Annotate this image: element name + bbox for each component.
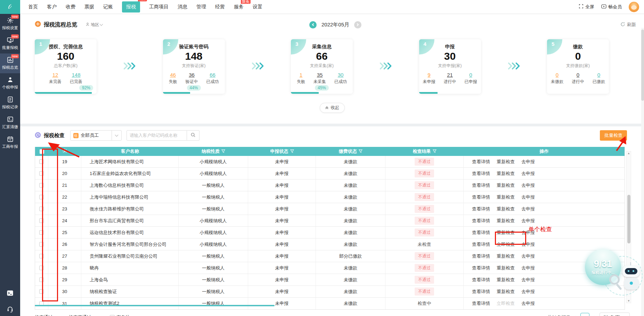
column-header-declare[interactable]: 申报状态 [248, 147, 316, 156]
stat-link[interactable]: 0 [572, 72, 584, 78]
member-button[interactable]: 畅会员 [601, 4, 622, 10]
search-button[interactable] [187, 130, 199, 141]
action-go-declare[interactable]: 去申报 [521, 241, 535, 248]
action-go-declare[interactable]: 去申报 [521, 159, 535, 165]
remark-filter[interactable]: 有备注 [110, 314, 130, 316]
nav-item-messages[interactable]: 消息 [178, 4, 187, 10]
collapse-button[interactable]: 收起 [320, 103, 345, 113]
fullscreen-button[interactable]: 全屏 [579, 4, 594, 10]
action-go-declare[interactable]: 去申报 [521, 253, 535, 259]
row-checkbox[interactable] [39, 171, 44, 176]
action-go-declare[interactable]: 去申报 [521, 289, 535, 295]
column-header-name[interactable]: 客户名称 [81, 147, 179, 156]
stat-link[interactable]: 36 [186, 72, 198, 78]
column-header-result[interactable]: 检查结果 [385, 147, 464, 156]
nav-item-home[interactable]: 首页 [28, 4, 38, 10]
column-settings-cell[interactable] [48, 147, 81, 156]
sidebar-item-tax-overview[interactable]: new报税总览 [0, 53, 20, 73]
fail-count[interactable]: 21 [94, 315, 99, 316]
row-checkbox[interactable] [39, 277, 44, 282]
action-go-declare[interactable]: 去申报 [521, 265, 535, 271]
action-view-detail[interactable]: 查看详情 [472, 206, 490, 212]
action-go-declare[interactable]: 去申报 [521, 218, 535, 224]
action-recheck[interactable]: 重新检查 [497, 265, 515, 271]
robot-mascot[interactable] [613, 261, 644, 301]
action-view-detail[interactable]: 查看详情 [472, 230, 490, 236]
row-checkbox[interactable] [39, 159, 44, 164]
app-logo[interactable] [0, 0, 20, 14]
user-avatar[interactable] [629, 2, 639, 12]
action-view-detail[interactable]: 查看详情 [472, 194, 490, 200]
action-recheck[interactable]: 重新检查 [497, 182, 515, 189]
row-checkbox[interactable] [39, 254, 44, 258]
stat-link[interactable]: 66 [206, 72, 219, 78]
action-go-declare[interactable]: 去申报 [521, 230, 535, 236]
action-recheck[interactable]: 重新检查 [497, 159, 515, 165]
stat-link[interactable]: 9 [423, 72, 435, 78]
sidebar-item-tax-records[interactable]: 报税记录 [0, 93, 20, 113]
action-go-declare[interactable]: 去申报 [521, 194, 535, 200]
action-recheck[interactable]: 重新检查 [497, 206, 515, 212]
table-scrollbar-thumb[interactable] [627, 195, 630, 243]
nav-item-business-projects[interactable]: 工商项目 [149, 4, 169, 10]
action-go-declare[interactable]: 去申报 [521, 300, 535, 307]
row-checkbox[interactable] [39, 266, 44, 270]
action-view-detail[interactable]: 查看详情 [472, 253, 490, 259]
pass-count[interactable]: 0 [56, 315, 58, 316]
action-recheck[interactable]: 重新检查 [497, 277, 515, 283]
action-view-detail[interactable]: 查看详情 [472, 171, 490, 177]
column-header-pay[interactable]: 缴费状态 [316, 147, 385, 156]
action-recheck[interactable]: 重新检查 [497, 171, 515, 177]
horizontal-scrollbar-thumb[interactable] [35, 305, 275, 306]
nav-item-operations[interactable]: 经营 [215, 4, 225, 10]
action-view-detail[interactable]: 查看详情 [472, 300, 490, 307]
stat-link[interactable]: 0 [465, 72, 477, 78]
action-view-detail[interactable]: 查看详情 [472, 265, 490, 271]
row-checkbox[interactable] [39, 183, 44, 188]
sidebar-item-tax-settings[interactable]: new报税设置 [0, 14, 20, 34]
nav-item-customers[interactable]: 客户 [47, 4, 57, 10]
row-checkbox[interactable] [39, 242, 44, 247]
action-view-detail[interactable]: 查看详情 [472, 277, 490, 283]
action-view-detail[interactable]: 查看详情 [472, 218, 490, 224]
nav-item-management[interactable]: 管理 [196, 4, 206, 10]
page-scrollbar-thumb[interactable] [641, 30, 644, 101]
action-view-detail[interactable]: 查看详情 [472, 182, 490, 189]
row-checkbox[interactable] [39, 207, 44, 211]
nav-item-fees[interactable]: 收费 [66, 4, 75, 10]
row-checkbox[interactable] [39, 218, 44, 223]
action-check-now[interactable]: 立即检查 [497, 241, 515, 248]
nav-item-services[interactable]: 服务限免 [234, 4, 244, 10]
support-headset-icon[interactable] [7, 306, 14, 314]
sidebar-item-personal-tax[interactable]: 个税申报 [0, 73, 20, 93]
action-recheck[interactable]: 重新检查 [497, 218, 515, 224]
stat-link[interactable]: 35 [313, 72, 326, 78]
stat-link[interactable]: 46 [169, 72, 177, 78]
search-input[interactable] [127, 130, 187, 141]
batch-check-button[interactable]: 批量检查 [600, 130, 627, 141]
stat-link[interactable]: 148 [70, 72, 82, 78]
sidebar-item-batch-tax[interactable]: new批量报税 [0, 34, 20, 53]
action-go-declare[interactable]: 去申报 [521, 182, 535, 189]
scroll-up-icon[interactable]: ▲ [627, 152, 631, 155]
row-checkbox[interactable] [39, 230, 44, 235]
stat-link[interactable]: 0 [551, 72, 563, 78]
stat-link[interactable]: 1 [297, 72, 305, 78]
action-go-declare[interactable]: 去申报 [521, 277, 535, 283]
stat-link[interactable]: 30 [334, 72, 347, 78]
staff-filter-dropdown[interactable]: 组 全部员工 [70, 130, 122, 141]
row-checkbox[interactable] [39, 195, 44, 199]
row-checkbox[interactable] [39, 289, 44, 294]
action-recheck[interactable]: 重新检查 [497, 289, 515, 295]
terminal-icon[interactable] [7, 290, 14, 298]
action-go-declare[interactable]: 去申报 [521, 171, 535, 177]
nav-item-bookkeeping[interactable]: 记账 [103, 4, 113, 10]
column-header-tax[interactable]: 纳税性质 [179, 147, 248, 156]
stat-link[interactable]: 21 [444, 72, 456, 78]
current-page[interactable]: 1 [580, 313, 589, 316]
nav-item-tax[interactable]: 报税new [122, 1, 140, 13]
next-month-button[interactable] [354, 21, 361, 28]
stat-link[interactable]: 0 [593, 72, 605, 78]
refresh-button[interactable]: 刷新 [620, 22, 636, 28]
page-size-select[interactable]: 50 条/页 [600, 313, 630, 316]
